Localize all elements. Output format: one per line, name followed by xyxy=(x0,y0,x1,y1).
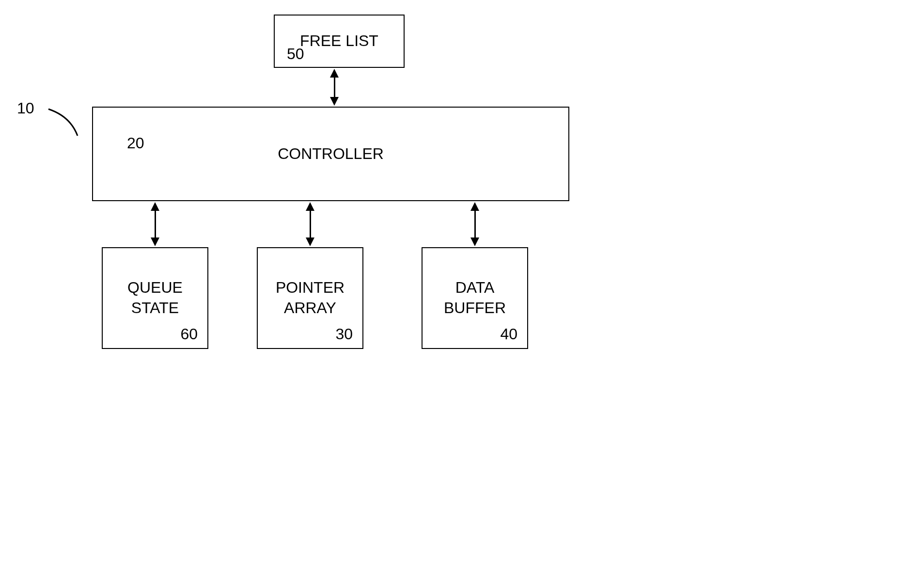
pointer-array-label: POINTER ARRAY xyxy=(276,278,345,318)
free-list-box: FREE LIST 50 xyxy=(274,15,405,68)
queue-state-box: QUEUE STATE 60 xyxy=(102,247,208,349)
free-list-label: FREE LIST xyxy=(300,31,378,51)
data-buffer-label: DATA BUFFER xyxy=(444,278,506,318)
data-buffer-box: DATA BUFFER 40 xyxy=(422,247,528,349)
data-buffer-ref: 40 xyxy=(500,325,517,343)
system-ref-label: 10 xyxy=(17,99,34,117)
controller-box: CONTROLLER 20 xyxy=(92,107,569,201)
controller-label: CONTROLLER xyxy=(278,144,384,164)
queue-state-label: QUEUE STATE xyxy=(127,278,183,318)
controller-ref: 20 xyxy=(127,134,144,152)
free-list-ref: 50 xyxy=(287,45,304,63)
system-ref-arc xyxy=(46,107,85,141)
pointer-array-box: POINTER ARRAY 30 xyxy=(257,247,363,349)
queue-state-ref: 60 xyxy=(180,325,198,343)
pointer-array-ref: 30 xyxy=(335,325,353,343)
